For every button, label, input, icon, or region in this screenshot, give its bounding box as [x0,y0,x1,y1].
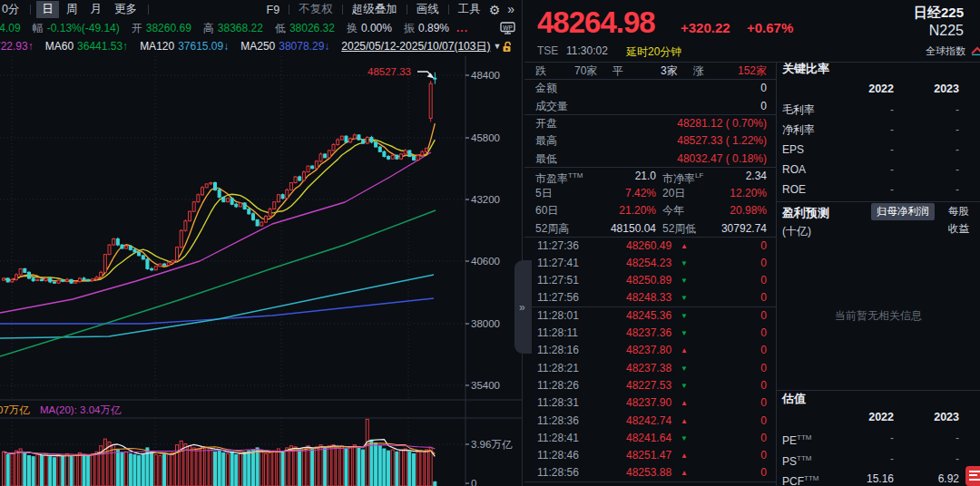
key-ratios-title: 关键比率 [782,61,829,77]
divider [448,5,449,15]
f9-button[interactable]: F9 [262,3,285,17]
year-header: 2023 [934,411,959,423]
ohlc-info-bar: 854.09 幅 -0.13%(-49.14) 开 38260.69 高 383… [0,19,522,37]
svg-text:35400: 35400 [471,380,500,391]
divider [30,5,31,15]
down-arrow-icon: ▼ [681,360,688,377]
svg-text:48527.33: 48527.33 [368,66,411,77]
tick-row: 11:27:4148254.23▼0 [524,255,776,272]
period-tab-more[interactable]: 更多 [109,1,142,18]
section-divider [777,201,980,202]
key-ratio-row: 毛利率-- [777,100,980,120]
chevron-down-icon[interactable]: ▼ [493,42,501,51]
valuation-row: PSTTM-- [777,449,980,469]
chart-canvas[interactable]: 4840045800432004060038000354003.96万亿0485… [0,56,522,486]
quote-time: 11:30:02 [566,44,608,57]
tick-row: 11:28:2648227.53▼0 [524,377,776,394]
section-divider [777,390,980,391]
header-divider [524,62,980,63]
more-indicator[interactable]: ... [456,22,468,34]
row-divider [524,167,776,168]
field-label: 幅 [33,21,44,36]
divider [342,5,343,15]
volume-ma20-label: MA(20): 3.04万亿 [40,404,121,415]
tick-row: 11:28:1648237.80▲0 [524,342,776,359]
svg-text:43200: 43200 [471,194,500,205]
divider [148,5,149,15]
tick-row: 11:28:5648253.88▲0 [524,464,776,481]
adjust-mode-button[interactable]: 不复权 [294,1,338,18]
period-tab-week[interactable]: 周 [61,1,83,18]
prev-value: 854.09 [0,22,21,34]
quote-row: 市盈率TTM21.0市净率LF2.34 [524,167,776,185]
quote-panel: 48264.98 +320.22 +0.67% TSE 11:30:02 延时2… [524,0,776,486]
amplitude-value: 0.89% [418,22,449,34]
field-label: 高 [203,21,214,36]
instrument-code: N225 [929,23,964,39]
ma60-label: MA60 [45,40,74,53]
tick-row: 11:28:2148237.38▼0 [524,360,776,377]
forecast-unit: (十亿) [782,224,811,239]
quote-row: 开盘48281.12 ( 0.70%) [524,114,776,132]
divider [289,5,289,15]
quote-row: 跌70家平3家涨 152家 [524,62,776,80]
panel-divider [776,62,777,486]
candlestick-chart[interactable]: 4840045800432004060038000354003.96万亿0485… [0,56,522,486]
low-value: 38026.32 [289,22,335,34]
super-overlay-button[interactable]: 超级叠加 [348,1,402,18]
unlock-icon[interactable] [502,41,514,53]
ma120-label: MA120 [140,40,174,53]
chevrons-right-icon[interactable]: » [507,2,514,16]
tab-eps[interactable]: 每股收益 [943,203,980,220]
panel-divider [522,0,523,486]
change-value: -0.13%(-49.14) [47,22,120,34]
promo-badge-icon[interactable] [965,466,980,486]
gear-icon[interactable]: ⚙ [489,3,501,17]
svg-text:3.96万亿: 3.96万亿 [471,439,513,450]
field-label: 振 [404,21,415,36]
quote-row: 金额0 [524,79,776,97]
quote-row: 最低48032.47 ( 0.18%) [524,150,776,168]
delay-notice: 延时20分钟 [626,44,681,60]
svg-text:38000: 38000 [471,318,500,329]
tab-net-profit[interactable]: 归母净利润 [871,203,935,220]
ma60-value: 36441.53↑ [77,40,128,53]
down-arrow-icon: ▼ [681,325,688,342]
quote-row: 成交量0 [524,97,776,115]
fundamentals-panel: 日经225 N225 全球指数 关键比率 2022 2023 毛利率--净利率-… [777,0,980,486]
volume-ma-label: 07万亿 MA(20): 3.04万亿 [0,403,121,417]
up-arrow-icon: ▲ [681,464,688,481]
down-arrow-icon: ▼ [681,255,688,272]
valuation-row: PETTM-- [777,428,980,448]
draw-line-button[interactable]: 画线 [412,1,444,18]
price-change: +320.22 [681,20,730,35]
up-arrow-icon: ▲ [681,447,688,464]
quote-row: 52周高48150.0452周低30792.74 [524,219,776,238]
tick-row: 11:28:0148245.36▼0 [524,307,776,325]
period-tab-60min[interactable]: 0分 [0,1,24,18]
empty-state-text: 当前暂无相关信息 [777,308,980,324]
up-arrow-icon: ▲ [681,342,688,359]
year-header: 2022 [868,83,894,95]
wp-monitor-icon[interactable]: WP [500,22,515,34]
tick-row: 11:28:4648251.47▲0 [524,447,776,464]
up-arrow-icon: ▲ [681,394,688,412]
tick-row: 11:28:3648242.74▲0 [524,413,776,430]
svg-text:45800: 45800 [471,132,500,143]
index-category-tag[interactable]: 全球指数 [926,44,965,58]
up-arrow-icon: ▲ [681,413,688,430]
key-ratio-row: ROE-- [777,180,980,199]
tools-button[interactable]: 工具 [454,1,485,18]
trading-app: 0分 日 周 月 更多 F9 不复权 超级叠加 画线 工具 ⚙ » 854.09… [0,0,980,486]
period-tab-day[interactable]: 日 [36,1,59,18]
volume-value-label: 07万亿 [0,404,30,415]
year-header: 2023 [934,83,959,95]
quote-row: 5日7.42%20日12.20% [524,184,776,202]
toolbar-right-menu: F9 不复权 超级叠加 画线 工具 ⚙ » [262,1,518,18]
quote-row: 最高48527.33 ( 1.22%) [524,131,776,150]
svg-text:40600: 40600 [471,256,500,267]
date-range-selector[interactable]: 2025/05/12-2025/10/07(103日) [341,39,490,54]
panel-expand-tab[interactable]: » [514,260,532,354]
down-arrow-icon: ▼ [681,377,688,394]
period-tab-month[interactable]: 月 [84,1,107,18]
